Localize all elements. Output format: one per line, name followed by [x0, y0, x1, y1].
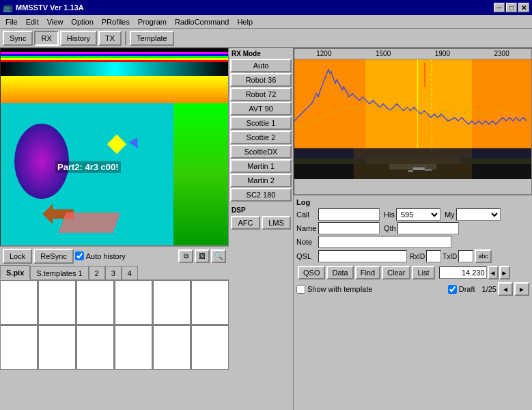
thumbnail-6[interactable] [191, 280, 229, 325]
waterfall-svg [294, 148, 531, 179]
svg-rect-9 [365, 159, 460, 164]
dsp-afc[interactable]: AFC [231, 216, 260, 230]
rxid-input[interactable] [426, 250, 441, 262]
log-area: Log Call His 595 My [294, 195, 532, 300]
rx-mode-label: RX Mode [230, 49, 292, 58]
thumbnail-7[interactable] [0, 325, 38, 370]
rx-martin2[interactable]: Martin 2 [230, 174, 292, 187]
sync-button[interactable]: Sync [3, 31, 33, 46]
abc-button[interactable]: abc [475, 249, 492, 263]
rx-auto[interactable]: Auto [230, 59, 292, 72]
tab-2[interactable]: 2 [89, 266, 105, 279]
tab-spix[interactable]: S.pix [0, 265, 30, 280]
qso-button[interactable]: QSO [298, 266, 325, 279]
qsl-label: QSL [296, 252, 317, 260]
template-button[interactable]: Template [130, 31, 174, 46]
rx-scottiedx[interactable]: ScottieDX [230, 145, 292, 159]
rx-sc2180[interactable]: SC2 180 [230, 188, 292, 202]
menu-file[interactable]: File [1, 16, 22, 27]
next-page[interactable]: ► [514, 282, 529, 296]
search-button[interactable]: 🔍 [211, 249, 226, 263]
show-template-label[interactable]: Show with template [296, 285, 372, 294]
spectrum-display [294, 59, 531, 148]
name-input[interactable] [318, 222, 380, 234]
auto-history-label[interactable]: Auto history [75, 251, 126, 260]
resync-button[interactable]: ReSync [33, 249, 74, 264]
menu-edit[interactable]: Edit [22, 16, 43, 27]
image-button[interactable]: 🖼 [195, 249, 210, 263]
tab-4[interactable]: 4 [122, 266, 138, 279]
rx-button[interactable]: RX [34, 31, 58, 46]
copy-button[interactable]: ⧉ [178, 249, 193, 263]
auto-history-checkbox[interactable] [75, 251, 84, 260]
svg-rect-14 [408, 170, 413, 172]
name-label: Name [296, 224, 317, 232]
thumbnail-2[interactable] [38, 280, 76, 325]
his-select[interactable]: 595 [396, 208, 440, 221]
show-template-checkbox[interactable] [296, 285, 305, 294]
clear-button[interactable]: Clear [382, 266, 410, 279]
tab-3[interactable]: 3 [105, 266, 122, 279]
tab-stemplates1[interactable]: S.templates 1 [30, 266, 88, 279]
thumbnail-11[interactable] [153, 325, 191, 370]
find-button[interactable]: Find [355, 266, 380, 279]
prev-page[interactable]: ◄ [498, 282, 513, 296]
menu-program[interactable]: Program [134, 16, 171, 27]
menu-profiles[interactable]: PRofiles [98, 16, 134, 27]
lock-button[interactable]: Lock [3, 249, 32, 264]
thumbnail-9[interactable] [76, 325, 114, 370]
freq-area: 14.230 ◄ ► [439, 266, 510, 279]
freq-input[interactable]: 14.230 [439, 266, 487, 279]
my-select[interactable] [456, 208, 501, 221]
txid-input[interactable] [458, 250, 473, 262]
rx-robot72[interactable]: Robot 72 [230, 87, 292, 101]
rx-robot36[interactable]: Robot 36 [230, 73, 292, 87]
freq-down[interactable]: ◄ [488, 266, 499, 279]
menu-help[interactable]: Help [233, 16, 257, 27]
thumbnail-10[interactable] [115, 325, 152, 370]
close-button[interactable]: ✕ [518, 3, 529, 12]
note-label: Note [296, 238, 317, 246]
freq-up[interactable]: ► [499, 266, 510, 279]
qth-input[interactable] [397, 222, 459, 234]
freq-1200: 1200 [316, 50, 331, 57]
thumbnail-5[interactable] [153, 280, 191, 325]
menu-option[interactable]: Option [67, 16, 97, 27]
page-info: 1/25 [482, 285, 496, 293]
dsp-lms[interactable]: LMS [262, 216, 291, 230]
freq-2300: 2300 [494, 50, 509, 57]
menu-radiocommand[interactable]: RadioCommand [171, 16, 233, 27]
minimize-button[interactable]: ─ [494, 3, 505, 12]
call-label: Call [296, 210, 317, 219]
spectrum-log-column: 1200 1500 1900 2300 [294, 48, 532, 410]
draft-label[interactable]: Draft [448, 285, 475, 294]
center-area: RX Mode Auto Robot 36 Robot 72 AVT 90 Sc… [229, 48, 532, 410]
thumbnail-4[interactable] [115, 280, 152, 325]
rx-martin1[interactable]: Martin 1 [230, 159, 292, 173]
maximize-button[interactable]: □ [506, 3, 517, 12]
txid-label: TxID [443, 253, 457, 260]
bottom-controls-row: Lock ReSync Auto history ⧉ 🖼 🔍 [0, 246, 229, 265]
rx-scottie1[interactable]: Scottie 1 [230, 116, 292, 130]
history-button[interactable]: History [60, 31, 97, 46]
thumbnail-8[interactable] [38, 325, 76, 370]
log-note-row: Note [296, 236, 529, 248]
rx-avt90[interactable]: AVT 90 [230, 102, 292, 115]
note-input[interactable] [318, 236, 451, 248]
qsl-input[interactable] [318, 250, 407, 262]
tabs-row: S.pix S.templates 1 2 3 4 [0, 265, 229, 280]
pagination: 1/25 ◄ ► [482, 282, 529, 296]
draft-checkbox[interactable] [448, 285, 457, 294]
tx-button[interactable]: TX [98, 31, 122, 46]
freq-1500: 1500 [376, 50, 391, 57]
thumbnail-12[interactable] [191, 325, 229, 370]
data-button[interactable]: Data [326, 266, 353, 279]
thumbnail-3[interactable] [76, 280, 114, 325]
thumbnail-1[interactable] [0, 280, 38, 325]
thumbnail-grid [0, 280, 229, 370]
svg-rect-10 [460, 159, 531, 164]
rx-scottie2[interactable]: Scottie 2 [230, 131, 292, 144]
menu-view[interactable]: View [43, 16, 68, 27]
list-button[interactable]: List [412, 266, 434, 279]
call-input[interactable] [318, 208, 380, 221]
